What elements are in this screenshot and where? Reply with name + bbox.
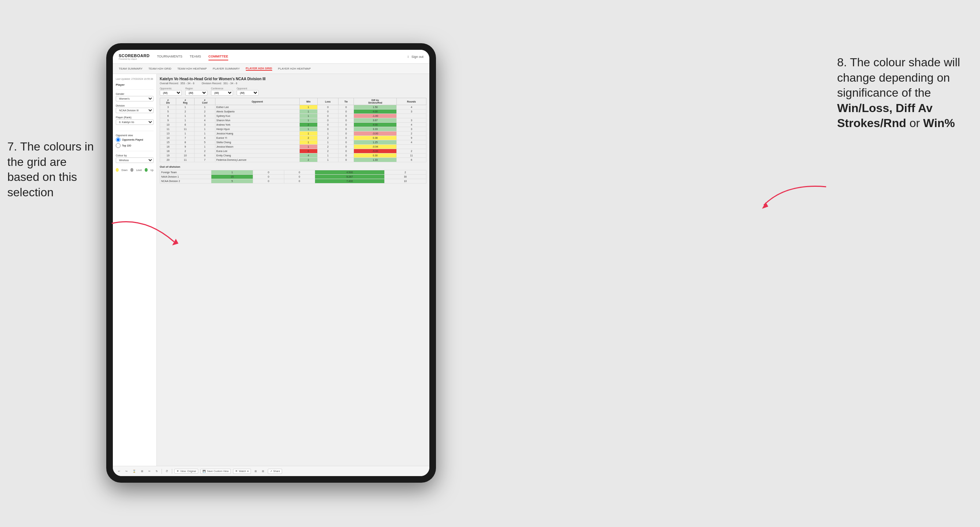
table-row: NCAA Division 2 5 0 0 7.400 10 xyxy=(160,179,426,184)
out-of-division-header: Out of division xyxy=(160,165,426,168)
player-rank-label: Player (Rank) xyxy=(116,116,153,119)
legend-level-label: Level xyxy=(136,169,142,171)
toolbar: ↩ ↪ ⌛ ⊞ ✂ ↻ ⏱ 👁 View: Original 💾 Save Cu… xyxy=(113,466,430,476)
logo-sub: Powered by clippd xyxy=(119,58,150,60)
toolbar-divider-1 xyxy=(162,469,162,474)
svg-marker-1 xyxy=(762,202,768,209)
player-rank-select[interactable]: 8. Katelyn Vo xyxy=(116,119,153,125)
share-btn[interactable]: ↗ Share xyxy=(268,469,282,474)
table-row: 1822 Euna Lee 020 -5.002 xyxy=(160,149,426,154)
legend-down-dot xyxy=(116,168,119,172)
annotation-right: 8. The colour shade will change dependin… xyxy=(837,55,976,131)
legend-up-dot xyxy=(145,168,148,172)
col-div: #Div xyxy=(160,98,176,105)
crop-btn[interactable]: ⊞ xyxy=(253,469,258,473)
conference-filter: Conference (All) xyxy=(211,87,233,95)
overall-record: Overall Record: 353 - 34 - 6 xyxy=(160,82,194,85)
division-label: Division xyxy=(116,105,153,107)
save-icon: 💾 xyxy=(203,470,206,473)
sub-nav-player-h2h-heatmap[interactable]: PLAYER H2H HEATMAP xyxy=(278,67,311,70)
scissors-btn[interactable]: ✂ xyxy=(147,469,152,473)
region-filter: Region (All) xyxy=(185,87,207,95)
grid-btn[interactable]: ⊞ xyxy=(261,469,266,473)
save-custom-view-btn[interactable]: 💾 Save Custom View xyxy=(200,469,231,474)
sub-nav-team-summary[interactable]: TEAM SUMMARY xyxy=(119,67,143,70)
toolbar-divider-2 xyxy=(172,469,172,474)
division-select[interactable]: NCAA Division III xyxy=(116,108,153,113)
grid-title: Katelyn Vo Head-to-Head Grid for Women's… xyxy=(160,77,426,81)
opponent-view-label: Opponent view xyxy=(116,134,153,137)
copy-btn[interactable]: ⊞ xyxy=(140,469,145,473)
table-row: 613 Sydney Kuo 100 -1.00 xyxy=(160,114,426,118)
opponent-view-radio-group: Opponents Played Top 100 xyxy=(116,137,153,148)
eye-icon: 👁 xyxy=(177,470,179,472)
col-opponent: Opponent xyxy=(215,98,299,105)
sub-nav-player-h2h-grid[interactable]: PLAYER H2H GRID xyxy=(246,67,272,71)
table-row: 1311 Jessica Huang 110 -3.002 xyxy=(160,132,426,136)
opponent-select[interactable]: (All) xyxy=(237,90,259,95)
share-icon: ↗ xyxy=(270,470,272,473)
view-original-btn[interactable]: 👁 View: Original xyxy=(174,469,198,473)
h2h-table: #Div #Reg #Conf Opponent Win Loss Tie Di… xyxy=(160,98,426,162)
table-row: 1585 Stella Cheng 110 1.254 xyxy=(160,140,426,144)
colour-by-label: Colour by xyxy=(116,154,153,157)
legend-up-label: Up xyxy=(151,169,153,171)
radio-opponents-played[interactable]: Opponents Played xyxy=(116,137,153,142)
watch-btn[interactable]: 👁 Watch ▾ xyxy=(233,469,251,474)
nav-bar: SCOREBOARD Powered by clippd TOURNAMENTS… xyxy=(113,50,430,64)
table-row: 1691 Jessica Mason 120 -0.94 xyxy=(160,144,426,149)
col-loss: Loss xyxy=(317,98,338,105)
annotation-left: 7. The colours in the grid are based on … xyxy=(7,139,99,200)
tablet-screen: SCOREBOARD Powered by clippd TOURNAMENTS… xyxy=(113,50,430,476)
sub-nav: TEAM SUMMARY TEAM H2H GRID TEAM H2H HEAT… xyxy=(113,64,430,74)
refresh-btn[interactable]: ↻ xyxy=(154,469,159,473)
filters-row: Opponents: (All) Region (All) Conference xyxy=(160,87,426,95)
col-diff: Diff AvStrokes/Rnd xyxy=(354,98,397,105)
table-row: 11111 Heejo Hyun 100 3.333 xyxy=(160,127,426,132)
table-row: 311 Esther Lee 100 1.504 xyxy=(160,105,426,110)
col-tie: Tie xyxy=(339,98,354,105)
grid-area: Katelyn Vo Head-to-Head Grid for Women's… xyxy=(157,74,430,466)
colour-by-select[interactable]: Win/loss xyxy=(116,157,153,163)
player-section-title: Player xyxy=(116,83,153,86)
main-content: Last Updated: 27/03/2024 16:55:38 Player… xyxy=(113,74,430,466)
grid-subtitle: Overall Record: 353 - 34 - 6 Division Re… xyxy=(160,82,426,85)
col-reg: #Reg xyxy=(176,98,194,105)
nav-right: i Sign out xyxy=(408,54,423,60)
table-row: Foreign Team 1 0 0 4.500 2 xyxy=(160,170,426,175)
sub-nav-team-h2h-heatmap[interactable]: TEAM H2H HEATMAP xyxy=(177,67,207,70)
tablet-frame: SCOREBOARD Powered by clippd TOURNAMENTS… xyxy=(106,43,436,483)
opponents-select[interactable]: (All) xyxy=(160,90,182,95)
table-row: 1474 Eunice Yi 220 0.389 xyxy=(160,136,426,140)
conference-select[interactable]: (All) xyxy=(211,90,233,95)
logo-text: SCOREBOARD xyxy=(119,54,150,58)
clock-btn[interactable]: ⏱ xyxy=(164,469,170,473)
region-select[interactable]: (All) xyxy=(185,90,207,95)
last-updated: Last Updated: 27/03/2024 16:55:38 xyxy=(116,78,153,80)
col-win: Win xyxy=(299,98,317,105)
gender-label: Gender xyxy=(116,93,153,95)
gender-select[interactable]: Women's xyxy=(116,96,153,102)
history-btn[interactable]: ⌛ xyxy=(131,469,137,473)
undo-btn[interactable]: ↩ xyxy=(116,469,122,473)
legend-level-dot xyxy=(130,168,134,172)
radio-top100[interactable]: Top 100 xyxy=(116,143,153,148)
table-row: NAIA Division 1 15 0 0 9.267 30 xyxy=(160,175,426,179)
sub-nav-player-summary[interactable]: PLAYER SUMMARY xyxy=(213,67,240,70)
out-of-division-table: Foreign Team 1 0 0 4.500 2 NAIA Division… xyxy=(160,170,426,184)
opponents-filter: Opponents: (All) xyxy=(160,87,182,95)
table-row: 522 Alexis Sudjianto 100 4.003 xyxy=(160,110,426,114)
sub-nav-team-h2h-grid[interactable]: TEAM H2H GRID xyxy=(148,67,172,70)
watch-icon: 👁 xyxy=(235,470,238,472)
nav-teams[interactable]: TEAMS xyxy=(190,53,201,60)
col-rounds: Rounds xyxy=(397,98,426,105)
table-row: 914 Sharon Mun 100 3.673 xyxy=(160,118,426,123)
nav-committee[interactable]: COMMITTEE xyxy=(208,53,228,60)
opponent-filter: Opponent (All) xyxy=(237,87,259,95)
logo: SCOREBOARD Powered by clippd xyxy=(119,54,150,60)
nav-tournaments[interactable]: TOURNAMENTS xyxy=(157,53,182,60)
arrow-right xyxy=(757,179,830,216)
sign-out-link[interactable]: Sign out xyxy=(411,54,423,60)
nav-links: TOURNAMENTS TEAMS COMMITTEE xyxy=(157,53,408,60)
redo-btn[interactable]: ↪ xyxy=(124,469,129,473)
